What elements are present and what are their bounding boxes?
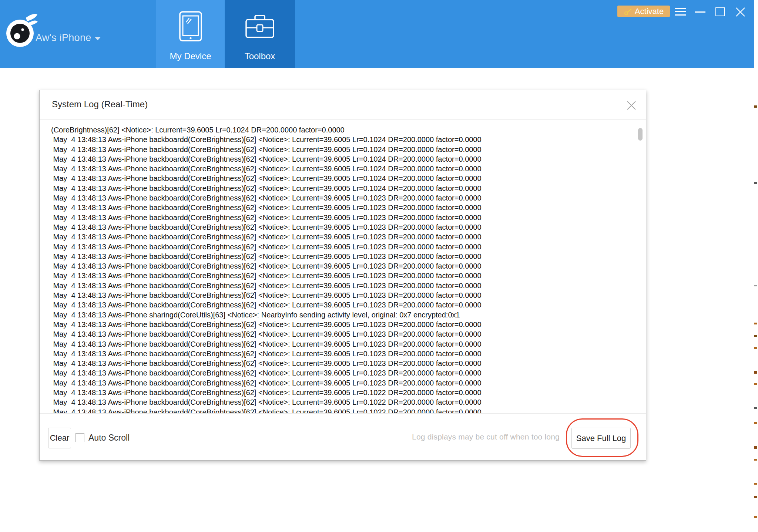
log-line: May 4 13:48:13 Aws-iPhone backboardd(Cor… — [51, 203, 647, 212]
log-line: May 4 13:48:13 Aws-iPhone sharingd(CoreU… — [51, 310, 647, 320]
screen-edge-fragment — [754, 323, 757, 324]
toolbox-icon — [245, 13, 275, 39]
log-line: May 4 13:48:13 Aws-iPhone backboardd(Cor… — [51, 320, 647, 329]
log-line: May 4 13:48:13 Aws-iPhone backboardd(Cor… — [51, 281, 647, 290]
device-icon — [179, 11, 202, 41]
system-log-dialog: System Log (Real-Time) (CoreBrightness)[… — [39, 90, 646, 461]
log-line: May 4 13:48:13 Aws-iPhone backboardd(Cor… — [51, 174, 647, 183]
log-line: May 4 13:48:13 Aws-iPhone backboardd(Cor… — [51, 378, 647, 388]
app-window: Aw's iPhone My Device Toolbox — [0, 0, 758, 532]
log-line: May 4 13:48:13 Aws-iPhone backboardd(Cor… — [51, 145, 647, 154]
screen-edge-strip — [754, 0, 758, 532]
log-line: May 4 13:48:13 Aws-iPhone backboardd(Cor… — [51, 271, 647, 280]
save-full-log-button[interactable]: Save Full Log — [571, 428, 631, 449]
log-line: May 4 13:48:13 Aws-iPhone backboardd(Cor… — [51, 329, 647, 339]
log-line: May 4 13:48:13 Aws-iPhone backboardd(Cor… — [51, 261, 647, 271]
dialog-title: System Log (Real-Time) — [52, 99, 148, 110]
activate-label: Activate — [635, 7, 664, 16]
screen-edge-fragment — [754, 347, 757, 349]
log-line: May 4 13:48:13 Aws-iPhone backboardd(Cor… — [51, 368, 647, 378]
log-line: May 4 13:48:13 Aws-iPhone backboardd(Cor… — [51, 252, 647, 261]
menu-icon[interactable] — [675, 8, 686, 17]
log-line: May 4 13:48:13 Aws-iPhone backboardd(Cor… — [51, 349, 647, 358]
window-close-icon[interactable] — [735, 7, 745, 17]
log-output[interactable]: (CoreBrightness)[62] <Notice>: Lcurrent=… — [40, 120, 647, 413]
screen-edge-fragment — [754, 407, 757, 409]
log-line: May 4 13:48:13 Aws-iPhone backboardd(Cor… — [51, 242, 647, 252]
scrollbar-thumb[interactable] — [638, 128, 643, 141]
clear-button[interactable]: Clear — [48, 428, 71, 448]
chevron-down-icon — [95, 37, 101, 40]
screen-edge-fragment — [754, 483, 757, 485]
log-line: May 4 13:48:13 Aws-iPhone backboardd(Cor… — [51, 222, 647, 232]
log-cutoff-hint: Log displays may be cut off when too lon… — [412, 432, 560, 441]
log-line: May 4 13:48:13 Aws-iPhone backboardd(Cor… — [51, 358, 647, 368]
screen-edge-fragment — [754, 422, 757, 424]
screen-edge-fragment — [754, 459, 757, 461]
screen-edge-fragment — [754, 516, 757, 518]
log-line: May 4 13:48:13 Aws-iPhone backboardd(Cor… — [51, 213, 647, 222]
screen-edge-fragment — [754, 182, 757, 184]
dialog-footer: Clear Auto Scroll Log displays may be cu… — [40, 413, 646, 460]
tab-toolbox-label: Toolbox — [225, 51, 295, 61]
log-line: (CoreBrightness)[62] <Notice>: Lcurrent=… — [51, 125, 647, 135]
screen-edge-fragment — [754, 383, 757, 385]
maximize-icon[interactable] — [715, 7, 725, 16]
log-line: May 4 13:48:13 Aws-iPhone backboardd(Cor… — [51, 154, 647, 164]
tab-my-device-label: My Device — [156, 51, 225, 61]
log-line: May 4 13:48:13 Aws-iPhone backboardd(Cor… — [51, 232, 647, 242]
log-line: May 4 13:48:13 Aws-iPhone backboardd(Cor… — [51, 300, 647, 310]
screen-edge-fragment — [754, 496, 757, 498]
log-line: May 4 13:48:13 Aws-iPhone backboardd(Cor… — [51, 135, 647, 144]
auto-scroll-label[interactable]: Auto Scroll — [88, 433, 130, 443]
log-line: May 4 13:48:13 Aws-iPhone backboardd(Cor… — [51, 407, 647, 413]
device-selector-dropdown[interactable]: Aw's iPhone — [36, 31, 101, 44]
dialog-titlebar: System Log (Real-Time) — [40, 90, 646, 119]
log-line: May 4 13:48:13 Aws-iPhone backboardd(Cor… — [51, 339, 647, 349]
log-line: May 4 13:48:13 Aws-iPhone backboardd(Cor… — [51, 183, 647, 193]
dialog-close-icon[interactable] — [626, 100, 637, 111]
app-header: Aw's iPhone My Device Toolbox — [0, 0, 758, 68]
itools-logo-icon — [6, 13, 38, 49]
device-name: Aw's iPhone — [36, 32, 91, 44]
tab-toolbox[interactable]: Toolbox — [225, 0, 295, 68]
screen-edge-fragment — [754, 335, 757, 337]
activate-button[interactable]: Activate — [617, 6, 670, 17]
tab-my-device[interactable]: My Device — [156, 0, 225, 68]
screen-edge-fragment — [754, 371, 757, 374]
log-line: May 4 13:48:13 Aws-iPhone backboardd(Cor… — [51, 397, 647, 407]
auto-scroll-checkbox[interactable] — [76, 433, 84, 442]
log-line: May 4 13:48:13 Aws-iPhone backboardd(Cor… — [51, 193, 647, 203]
log-line: May 4 13:48:13 Aws-iPhone backboardd(Cor… — [51, 388, 647, 397]
screen-edge-fragment — [754, 446, 757, 449]
log-line: May 4 13:48:13 Aws-iPhone backboardd(Cor… — [51, 164, 647, 174]
screen-edge-fragment — [754, 285, 757, 286]
minimize-icon[interactable] — [695, 11, 705, 13]
screen-edge-fragment — [754, 105, 757, 108]
key-icon — [624, 7, 633, 16]
log-line: May 4 13:48:13 Aws-iPhone backboardd(Cor… — [51, 290, 647, 300]
